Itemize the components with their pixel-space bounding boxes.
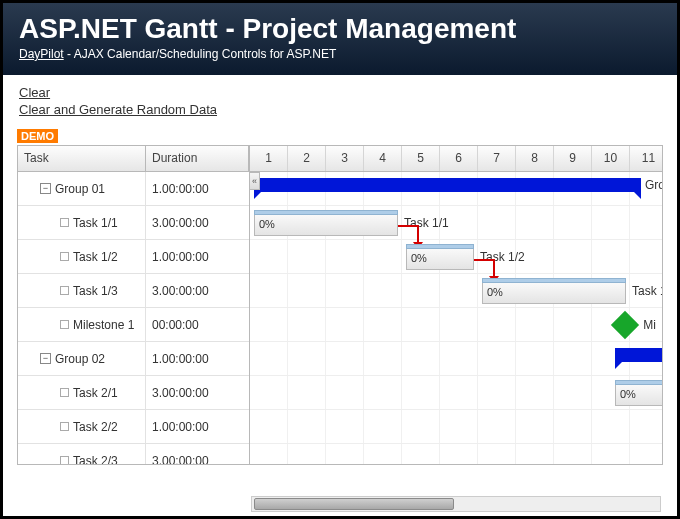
task-bar[interactable]: 0% [615, 384, 662, 406]
task-box-icon [60, 388, 69, 397]
task-list-header: Task Duration [18, 146, 249, 172]
day-header[interactable]: 4 [364, 146, 402, 171]
task-name: Task 2/1 [73, 386, 118, 400]
subtitle-text: - AJAX Calendar/Scheduling Controls for … [67, 47, 336, 61]
task-row[interactable]: −Group 021.00:00:00 [18, 342, 249, 376]
duration-cell: 1.00:00:00 [146, 352, 249, 366]
task-row[interactable]: Task 2/13.00:00:00 [18, 376, 249, 410]
timeline-panel: 1234567891011 « Grou0%Task 1/10%Task 1/2… [250, 146, 662, 464]
collapse-handle[interactable]: « [250, 172, 260, 190]
horizontal-scrollbar[interactable] [251, 496, 661, 512]
task-percent: 0% [259, 218, 275, 230]
task-name: Task 1/3 [73, 284, 118, 298]
timeline-row [250, 342, 662, 376]
task-progress-stripe [615, 380, 662, 385]
task-name: Milestone 1 [73, 318, 134, 332]
day-header[interactable]: 11 [630, 146, 662, 171]
timeline-body[interactable]: Grou0%Task 1/10%Task 1/20%Task 1/3Mi0% [250, 172, 662, 464]
duration-cell: 1.00:00:00 [146, 182, 249, 196]
task-name: Task 1/1 [73, 216, 118, 230]
collapse-icon[interactable]: − [40, 353, 51, 364]
task-box-icon [60, 286, 69, 295]
task-name: Group 02 [55, 352, 105, 366]
scrollbar-thumb[interactable] [254, 498, 454, 510]
task-progress-stripe [254, 210, 398, 215]
task-row[interactable]: Milestone 100:00:00 [18, 308, 249, 342]
task-bar-label: Task 1/3 [632, 284, 662, 298]
task-percent: 0% [620, 388, 636, 400]
task-cell: Task 1/2 [18, 240, 146, 273]
task-percent: 0% [411, 252, 427, 264]
task-box-icon [60, 456, 69, 464]
timeline-row [250, 376, 662, 410]
task-name: Task 1/2 [73, 250, 118, 264]
collapse-icon[interactable]: − [40, 183, 51, 194]
gantt-container: Task Duration −Group 011.00:00:00Task 1/… [17, 145, 663, 465]
task-percent: 0% [487, 286, 503, 298]
action-links: Clear Clear and Generate Random Data [3, 75, 677, 125]
task-name: Group 01 [55, 182, 105, 196]
day-header[interactable]: 1 [250, 146, 288, 171]
col-header-task[interactable]: Task [18, 146, 146, 171]
task-box-icon [60, 252, 69, 261]
task-row[interactable]: Task 1/13.00:00:00 [18, 206, 249, 240]
task-cell: Task 1/1 [18, 206, 146, 239]
timeline-row [250, 410, 662, 444]
day-header[interactable]: 2 [288, 146, 326, 171]
task-row[interactable]: Task 2/33.00:00:00 [18, 444, 249, 464]
timeline-header: 1234567891011 [250, 146, 662, 172]
duration-cell: 3.00:00:00 [146, 454, 249, 465]
day-header[interactable]: 5 [402, 146, 440, 171]
duration-cell: 3.00:00:00 [146, 386, 249, 400]
day-header[interactable]: 6 [440, 146, 478, 171]
duration-cell: 00:00:00 [146, 318, 249, 332]
task-box-icon [60, 422, 69, 431]
clear-generate-link[interactable]: Clear and Generate Random Data [19, 102, 217, 117]
task-bar[interactable]: 0% [254, 214, 398, 236]
timeline-row [250, 444, 662, 464]
day-header[interactable]: 10 [592, 146, 630, 171]
task-progress-stripe [482, 278, 626, 283]
task-bar-label: Task 1/1 [404, 216, 449, 230]
brand-link[interactable]: DayPilot [19, 47, 64, 61]
page-title: ASP.NET Gantt - Project Management [19, 13, 661, 45]
group-bar-label: Grou [645, 178, 662, 192]
group-bar[interactable] [615, 348, 662, 362]
day-header[interactable]: 3 [326, 146, 364, 171]
task-name: Task 2/3 [73, 454, 118, 465]
task-box-icon [60, 218, 69, 227]
day-header[interactable]: 7 [478, 146, 516, 171]
task-row[interactable]: Task 2/21.00:00:00 [18, 410, 249, 444]
task-row[interactable]: Task 1/21.00:00:00 [18, 240, 249, 274]
demo-badge: DEMO [17, 129, 58, 143]
duration-cell: 1.00:00:00 [146, 420, 249, 434]
task-bar[interactable]: 0% [406, 248, 474, 270]
task-cell: Task 2/3 [18, 444, 146, 464]
task-bar-label: Task 1/2 [480, 250, 525, 264]
duration-cell: 1.00:00:00 [146, 250, 249, 264]
app-frame: ASP.NET Gantt - Project Management DayPi… [0, 0, 680, 519]
page-header: ASP.NET Gantt - Project Management DayPi… [3, 3, 677, 75]
task-cell: Milestone 1 [18, 308, 146, 341]
duration-cell: 3.00:00:00 [146, 284, 249, 298]
task-cell: −Group 01 [18, 172, 146, 205]
col-header-duration[interactable]: Duration [146, 146, 249, 171]
clear-link[interactable]: Clear [19, 85, 50, 100]
task-cell: Task 1/3 [18, 274, 146, 307]
task-cell: Task 2/2 [18, 410, 146, 443]
duration-cell: 3.00:00:00 [146, 216, 249, 230]
task-progress-stripe [406, 244, 474, 249]
task-cell: Task 2/1 [18, 376, 146, 409]
milestone-label: Mi [643, 318, 656, 332]
task-row[interactable]: Task 1/33.00:00:00 [18, 274, 249, 308]
page-subtitle: DayPilot - AJAX Calendar/Scheduling Cont… [19, 47, 661, 61]
timeline-row [250, 308, 662, 342]
task-box-icon [60, 320, 69, 329]
task-list-panel: Task Duration −Group 011.00:00:00Task 1/… [18, 146, 250, 464]
group-bar[interactable] [254, 178, 641, 192]
day-header[interactable]: 9 [554, 146, 592, 171]
task-cell: −Group 02 [18, 342, 146, 375]
task-row[interactable]: −Group 011.00:00:00 [18, 172, 249, 206]
task-bar[interactable]: 0% [482, 282, 626, 304]
day-header[interactable]: 8 [516, 146, 554, 171]
